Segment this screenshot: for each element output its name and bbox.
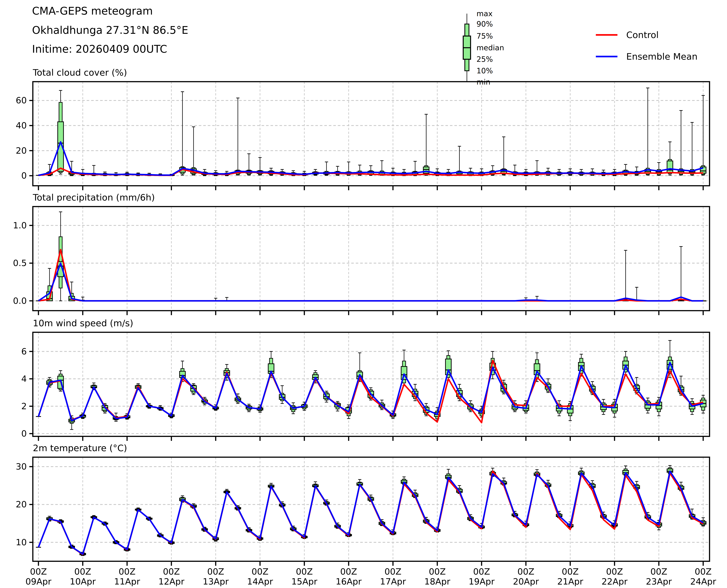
- x-tick-hour: 00Z: [606, 567, 623, 576]
- y-tick-label: 1.0: [13, 220, 27, 230]
- panel-wind: 0246: [21, 332, 709, 441]
- x-tick-date: 11Apr: [114, 576, 140, 587]
- ensemble-mean-line: [38, 263, 703, 301]
- panel-frame: [33, 207, 709, 311]
- y-tick-label: 0.0: [13, 296, 27, 306]
- x-tick-hour: 00Z: [385, 567, 401, 576]
- x-tick-date: 19Apr: [469, 576, 495, 587]
- x-tick-date: 23Apr: [646, 576, 672, 587]
- y-tick-label: 60: [16, 95, 27, 105]
- y-tick-label: 10: [16, 537, 27, 547]
- y-tick-label: 20: [16, 146, 27, 156]
- x-tick-date: 12Apr: [159, 576, 185, 587]
- x-tick-hour: 00Z: [119, 567, 136, 576]
- x-tick-hour: 00Z: [473, 567, 490, 576]
- x-tick-date: 10Apr: [70, 576, 96, 587]
- meteogram-panels: 02040600.00.51.0024610203000Z09Apr00Z10A…: [0, 0, 727, 588]
- panel-wind-boxplots: [36, 340, 706, 429]
- x-tick-date: 24Apr: [690, 576, 716, 587]
- panel-temp: 102030: [16, 457, 709, 566]
- x-tick-hour: 00Z: [518, 567, 535, 576]
- y-tick-label: 0: [21, 428, 27, 439]
- meteogram-figure: CMA-GEPS meteogram Okhaldhunga 27.31°N 8…: [0, 0, 727, 588]
- x-tick-hour: 00Z: [562, 567, 579, 576]
- x-tick-date: 13Apr: [203, 576, 229, 587]
- x-tick-date: 17Apr: [380, 576, 406, 587]
- y-tick-label: 40: [16, 121, 27, 130]
- x-tick-hour: 00Z: [252, 567, 269, 576]
- panel-precip: 0.00.51.0: [13, 207, 709, 315]
- x-tick-date: 09Apr: [25, 576, 51, 587]
- x-tick-hour: 00Z: [74, 567, 91, 576]
- y-tick-label: 20: [16, 499, 27, 509]
- y-tick-label: 6: [21, 346, 27, 356]
- x-tick-hour: 00Z: [207, 567, 224, 576]
- x-tick-date: 22Apr: [602, 576, 628, 587]
- x-tick-hour: 00Z: [30, 567, 47, 576]
- y-tick-label: 4: [21, 374, 27, 384]
- panel-frame: [33, 82, 709, 186]
- panel-frame: [33, 457, 709, 561]
- panel-cloud: 0204060: [16, 82, 709, 190]
- x-tick-date: 18Apr: [424, 576, 450, 587]
- y-tick-label: 30: [16, 462, 27, 471]
- y-tick-label: 0: [21, 170, 27, 181]
- control-line: [38, 250, 703, 301]
- x-tick-hour: 00Z: [296, 567, 313, 576]
- y-tick-label: 0.5: [13, 258, 27, 268]
- x-tick-hour: 00Z: [163, 567, 180, 576]
- x-tick-date: 20Apr: [513, 576, 539, 587]
- x-tick-hour: 00Z: [429, 567, 446, 576]
- x-tick-date: 16Apr: [336, 576, 362, 587]
- x-tick-date: 14Apr: [247, 576, 273, 587]
- y-tick-label: 2: [21, 401, 27, 411]
- panel-frame: [33, 332, 709, 436]
- x-tick-date: 21Apr: [557, 576, 583, 587]
- panel-cloud-boxplots: [36, 88, 706, 176]
- box-25-75: [667, 161, 673, 173]
- x-tick-hour: 00Z: [694, 567, 712, 576]
- x-tick-hour: 00Z: [650, 567, 667, 576]
- x-tick-hour: 00Z: [340, 567, 357, 576]
- x-tick-date: 15Apr: [291, 576, 317, 587]
